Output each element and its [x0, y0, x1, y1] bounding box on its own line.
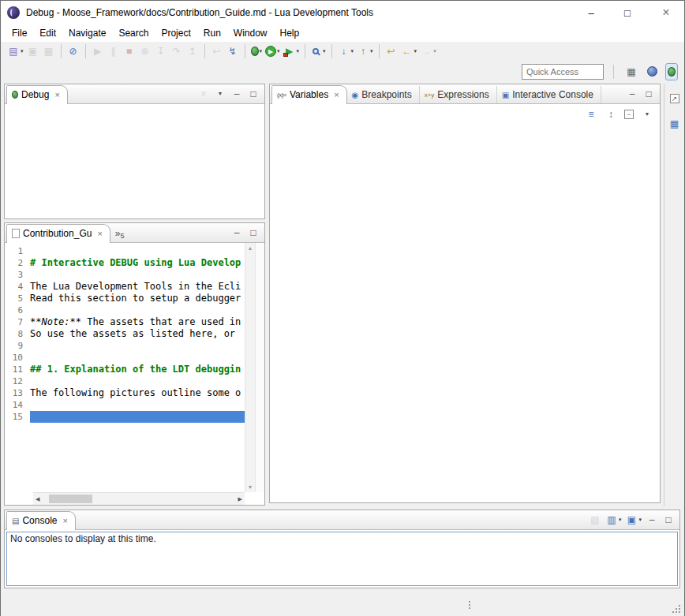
suspend-button[interactable]: ∥ — [106, 43, 122, 60]
run-history-button[interactable]: ▶▾ — [264, 43, 282, 60]
menu-project[interactable]: Project — [155, 25, 197, 41]
minimize-icon: – — [230, 88, 243, 100]
step-into-button[interactable]: ↧ — [153, 43, 169, 60]
dropdown-arrow-icon: ▾ — [260, 48, 263, 54]
editor-tab-overflow[interactable]: »5 — [110, 226, 129, 242]
maximize-window-button[interactable]: □ — [609, 1, 646, 24]
back-button[interactable]: ←▾ — [399, 43, 419, 60]
debug-history-button[interactable]: ▾ — [249, 43, 264, 60]
menu-file[interactable]: File — [6, 25, 33, 41]
console-view: ▤ Console × ▨▥▾▣▾–□ No consoles to displ… — [4, 510, 680, 588]
tab-console[interactable]: ▤ Console × — [6, 511, 76, 530]
disconnect-button[interactable]: ⊗ — [137, 43, 153, 60]
minimize-window-button[interactable]: – — [573, 1, 609, 24]
tab-debug[interactable]: Debug × — [6, 85, 68, 104]
line-number: 1 — [5, 245, 30, 257]
tab-variables[interactable]: (x)=Variables× — [271, 85, 347, 104]
minimize-button[interactable]: – — [625, 87, 639, 101]
menu-edit[interactable]: Edit — [33, 25, 62, 41]
collapse-all-button[interactable]: − — [623, 106, 635, 123]
debug-perspective-button[interactable] — [665, 63, 678, 80]
red-toolbox-decoration — [283, 53, 288, 57]
menu-search[interactable]: Search — [112, 25, 155, 41]
step-return-button[interactable]: ↥ — [185, 43, 200, 60]
remove-terminated-button[interactable]: × — [197, 87, 211, 101]
line-text: **Note:** The assets that are used in — [30, 316, 245, 328]
editor-text-area[interactable]: 12# Interactive DEBUG using Lua Develop3… — [5, 243, 245, 492]
show-type-names-button[interactable]: ≡ — [583, 106, 599, 123]
right-view-tabs: (x)=Variables×◉Breakpointsx+yExpressions… — [271, 85, 601, 103]
tab-label: Variables — [290, 89, 328, 100]
scroll-track[interactable] — [39, 493, 238, 505]
close-icon[interactable]: × — [97, 229, 102, 238]
step-over-icon: ↷ — [170, 45, 183, 58]
close-icon[interactable]: × — [54, 90, 59, 99]
editor-line: 14 — [5, 399, 245, 411]
tab-interactive-console[interactable]: ▣Interactive Console — [497, 86, 601, 103]
resume-button[interactable]: ▶ — [90, 43, 106, 60]
external-tools-button[interactable]: ▶▾ — [282, 43, 301, 60]
save-all-button[interactable]: ▦ — [41, 43, 57, 60]
editor-body[interactable]: 12# Interactive DEBUG using Lua Develop3… — [5, 243, 264, 505]
horizontal-scrollbar[interactable]: ◀ ▶ — [33, 492, 245, 505]
minimize-button[interactable]: – — [230, 226, 244, 240]
line-number: 4 — [5, 281, 30, 293]
minimize-button[interactable]: – — [230, 87, 244, 101]
maximize-button[interactable]: □ — [661, 513, 676, 527]
scroll-down-icon[interactable]: ▼ — [248, 484, 253, 490]
use-step-filters-button[interactable]: ↯ — [225, 43, 241, 60]
debug-view: Debug × ×▼–□ — [4, 84, 265, 219]
tab-contribution-guide[interactable]: Contribution_Gu × — [6, 224, 110, 243]
open-console-button[interactable]: ▣▾ — [624, 513, 642, 527]
close-icon[interactable]: × — [334, 90, 339, 99]
console-output[interactable]: No consoles to display at this time. — [6, 532, 678, 586]
previous-annotation-button[interactable]: ↑▾ — [355, 43, 375, 60]
maximize-button[interactable]: □ — [246, 87, 260, 101]
new-button[interactable]: ▤▾ — [6, 43, 25, 60]
close-icon[interactable]: × — [62, 516, 67, 525]
view-menu-button[interactable]: ▼ — [213, 87, 227, 101]
menu-window[interactable]: Window — [227, 25, 274, 41]
open-console-icon: ▣ — [625, 513, 638, 526]
editor-line: 3 — [5, 269, 245, 281]
maximize-button[interactable]: □ — [642, 87, 656, 101]
close-window-button[interactable]: × — [648, 1, 684, 24]
search-button[interactable]: ▾ — [309, 43, 328, 60]
resize-grip[interactable] — [679, 611, 680, 613]
toolbar-separator — [85, 44, 86, 58]
quick-access-input[interactable] — [522, 64, 604, 80]
menu-navigate[interactable]: Navigate — [62, 25, 112, 41]
forward-button[interactable]: →▾ — [418, 43, 438, 60]
line-number: 13 — [5, 387, 30, 399]
debug-view-header: Debug × ×▼–□ — [5, 84, 264, 104]
minimize-button[interactable]: – — [645, 513, 659, 527]
app-icon — [7, 6, 20, 19]
lua-perspective-button[interactable] — [646, 63, 659, 80]
restore-view-button[interactable]: ↗ — [668, 90, 681, 107]
view-menu-button[interactable]: ▼ — [639, 106, 655, 123]
maximize-button[interactable]: □ — [246, 226, 260, 240]
drop-to-frame-button[interactable]: ↩ — [209, 43, 225, 60]
tab-expressions[interactable]: x+yExpressions — [420, 86, 497, 103]
scroll-right-icon[interactable]: ▶ — [238, 496, 242, 502]
next-annotation-button[interactable]: ↓▾ — [336, 43, 356, 60]
step-over-button[interactable]: ↷ — [169, 43, 185, 60]
menu-help[interactable]: Help — [274, 25, 306, 41]
show-logical-structures-button[interactable]: ↕ — [603, 106, 619, 123]
menu-run[interactable]: Run — [197, 25, 227, 41]
sash-handle[interactable] — [468, 601, 471, 610]
scroll-up-icon[interactable]: ▲ — [248, 245, 253, 251]
skip-all-breakpoints-button[interactable]: ⊘ — [66, 43, 81, 60]
console-view-header: ▤ Console × ▨▥▾▣▾–□ — [5, 510, 679, 530]
open-perspective-button[interactable]: ▦ — [623, 63, 639, 80]
scroll-thumb[interactable] — [49, 495, 92, 503]
save-button[interactable]: ▣ — [25, 43, 41, 60]
last-edit-location-button[interactable]: ↩ — [384, 43, 399, 60]
vertical-scrollbar[interactable]: ▲ ▼ — [245, 243, 255, 492]
terminate-button[interactable]: ■ — [122, 43, 137, 60]
minimize-icon: – — [646, 513, 658, 526]
tab-breakpoints[interactable]: ◉Breakpoints — [347, 86, 420, 103]
clear-console-button[interactable]: ▨ — [588, 513, 602, 527]
outline-view-button[interactable]: ▦ — [667, 115, 683, 133]
display-selected-console-button[interactable]: ▥▾ — [605, 513, 623, 527]
